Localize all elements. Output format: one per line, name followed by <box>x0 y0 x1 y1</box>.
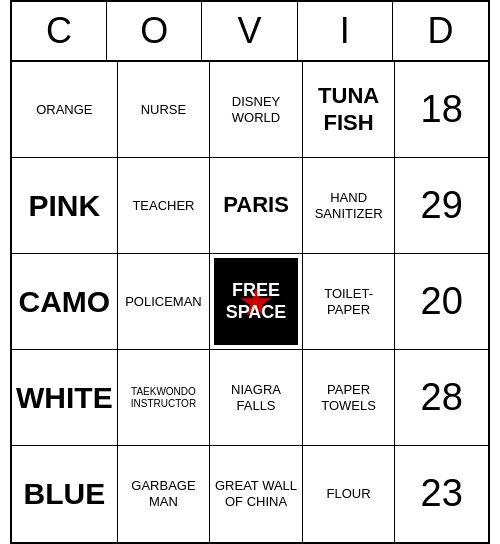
bingo-cell: HAND SANITIZER <box>303 158 396 254</box>
bingo-cell: 20 <box>395 254 488 350</box>
header-letter: O <box>107 2 202 60</box>
cell-text: 23 <box>421 471 463 517</box>
bingo-cell: GARBAGE MAN <box>118 446 211 542</box>
bingo-cell: PARIS <box>210 158 303 254</box>
cell-text: ORANGE <box>36 102 92 118</box>
cell-text: TAEKWONDO INSTRUCTOR <box>122 386 206 410</box>
bingo-cell: PINK <box>12 158 118 254</box>
bingo-cell: POLICEMAN <box>118 254 211 350</box>
cell-text: PAPER TOWELS <box>307 382 391 413</box>
header-letter: C <box>12 2 107 60</box>
bingo-card: COVID ORANGENURSEDISNEY WORLDTUNA FISH18… <box>10 0 490 544</box>
cell-text: 20 <box>421 279 463 325</box>
header-letter: V <box>202 2 297 60</box>
bingo-cell: TOILET-PAPER <box>303 254 396 350</box>
bingo-cell: FLOUR <box>303 446 396 542</box>
cell-text: BLUE <box>23 476 105 512</box>
bingo-cell: TEACHER <box>118 158 211 254</box>
free-space: ★FREE SPACE <box>214 258 298 345</box>
cell-text: TOILET-PAPER <box>307 286 391 317</box>
bingo-cell: CAMO <box>12 254 118 350</box>
bingo-cell: ★FREE SPACE <box>210 254 303 350</box>
cell-text: PINK <box>28 188 100 224</box>
bingo-cell: BLUE <box>12 446 118 542</box>
cell-text: 18 <box>421 87 463 133</box>
bingo-cell: DISNEY WORLD <box>210 62 303 158</box>
cell-text: TUNA FISH <box>307 83 391 136</box>
bingo-cell: 28 <box>395 350 488 446</box>
cell-text: NIAGRA FALLS <box>214 382 298 413</box>
cell-text: WHITE <box>16 380 113 416</box>
bingo-header: COVID <box>12 2 488 62</box>
bingo-cell: 23 <box>395 446 488 542</box>
cell-text: DISNEY WORLD <box>214 94 298 125</box>
free-space-text: FREE SPACE <box>214 280 298 323</box>
cell-text: HAND SANITIZER <box>307 190 391 221</box>
cell-text: GARBAGE MAN <box>122 478 206 509</box>
cell-text: NURSE <box>141 102 187 118</box>
cell-text: POLICEMAN <box>125 294 202 310</box>
bingo-cell: 18 <box>395 62 488 158</box>
cell-text: TEACHER <box>132 198 194 214</box>
bingo-cell: GREAT WALL OF CHINA <box>210 446 303 542</box>
bingo-cell: ORANGE <box>12 62 118 158</box>
bingo-cell: PAPER TOWELS <box>303 350 396 446</box>
header-letter: I <box>298 2 393 60</box>
cell-text: 29 <box>421 183 463 229</box>
bingo-cell: TAEKWONDO INSTRUCTOR <box>118 350 211 446</box>
cell-text: GREAT WALL OF CHINA <box>214 478 298 509</box>
header-letter: D <box>393 2 488 60</box>
bingo-cell: NIAGRA FALLS <box>210 350 303 446</box>
bingo-cell: 29 <box>395 158 488 254</box>
bingo-cell: TUNA FISH <box>303 62 396 158</box>
cell-text: PARIS <box>223 192 289 218</box>
cell-text: 28 <box>421 375 463 421</box>
bingo-grid: ORANGENURSEDISNEY WORLDTUNA FISH18PINKTE… <box>12 62 488 542</box>
bingo-cell: NURSE <box>118 62 211 158</box>
cell-text: CAMO <box>19 284 111 320</box>
cell-text: FLOUR <box>327 486 371 502</box>
bingo-cell: WHITE <box>12 350 118 446</box>
